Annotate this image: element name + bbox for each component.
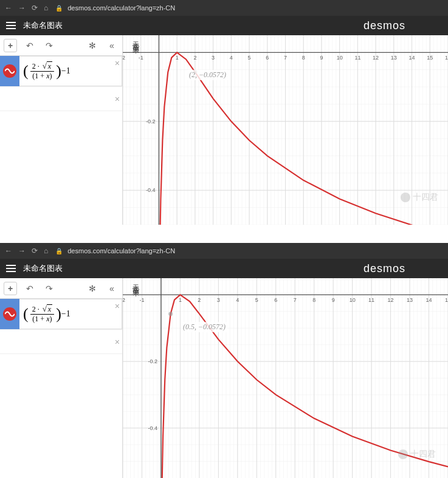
close-icon[interactable]: × — [115, 58, 120, 68]
settings-button[interactable]: ✻ — [86, 282, 99, 295]
svg-text:9: 9 — [332, 297, 335, 303]
expression-sidebar: + ↶ ↷ ✻ « ( 2 · √x — [0, 35, 123, 225]
close-icon[interactable]: × — [115, 337, 120, 347]
lock-icon: 🔒 — [55, 248, 63, 254]
redo-button[interactable]: ↷ — [43, 39, 56, 52]
svg-text:12: 12 — [373, 55, 379, 61]
undo-button[interactable]: ↶ — [23, 39, 36, 52]
svg-text:-2: -2 — [123, 55, 125, 61]
reload-button[interactable]: ⟳ — [32, 247, 38, 255]
svg-text:2: 2 — [198, 297, 201, 303]
point-label: (2, −0.0572) — [187, 70, 228, 80]
svg-text:14: 14 — [409, 55, 415, 61]
svg-text:11: 11 — [368, 297, 374, 303]
wave-icon[interactable] — [3, 307, 16, 321]
home-button[interactable]: ⌂ — [44, 4, 48, 12]
svg-text:-0.4: -0.4 — [146, 187, 156, 193]
point-label: (0.5, −0.0572) — [181, 322, 227, 332]
undo-button[interactable]: ↶ — [23, 282, 36, 295]
collapse-button[interactable]: « — [105, 39, 119, 52]
redo-button[interactable]: ↷ — [43, 282, 56, 295]
svg-text:5: 5 — [248, 55, 251, 61]
svg-text:7: 7 — [294, 297, 297, 303]
svg-text:5: 5 — [255, 297, 258, 303]
svg-text:8: 8 — [302, 55, 305, 61]
wechat-icon — [398, 449, 408, 459]
forward-button[interactable]: → — [18, 4, 26, 12]
hamburger-icon[interactable] — [6, 265, 16, 272]
svg-text:-0.2: -0.2 — [146, 118, 156, 125]
svg-text:11: 11 — [354, 55, 360, 61]
collapse-button[interactable]: « — [105, 282, 119, 295]
expression-sidebar: + ↶ ↷ ✻ « ( 2 · √x — [0, 278, 123, 478]
back-button[interactable]: ← — [5, 247, 12, 255]
svg-text:7: 7 — [284, 55, 287, 61]
expression-row[interactable]: ( 2 · √x (1 + x) ) −1 × — [0, 299, 122, 330]
lock-icon: 🔒 — [55, 5, 63, 12]
graph-title[interactable]: 未命名图表 — [23, 263, 63, 274]
graph-title[interactable]: 未命名图表 — [23, 20, 63, 31]
expression-handle[interactable] — [0, 299, 19, 329]
sidebar-toolbar: + ↶ ↷ ✻ « — [0, 278, 122, 299]
svg-text:4: 4 — [230, 55, 233, 61]
y-axis-label: 无常损失率 — [131, 279, 140, 285]
svg-text:12: 12 — [388, 297, 394, 303]
svg-text:4: 4 — [236, 297, 239, 303]
sidebar-toolbar: + ↶ ↷ ✻ « — [0, 35, 122, 56]
expression-handle[interactable] — [0, 56, 19, 86]
svg-text:15: 15 — [445, 297, 448, 303]
svg-text:13: 13 — [391, 55, 397, 61]
graph-area[interactable]: -2-112345678910111213141516-0.4-0.2 无常损失… — [123, 35, 448, 225]
expression-input[interactable]: ( 2 · √x (1 + x) ) −1 — [19, 299, 122, 329]
svg-text:9: 9 — [320, 55, 323, 61]
svg-text:6: 6 — [274, 297, 277, 303]
wave-icon[interactable] — [3, 64, 16, 78]
hamburger-icon[interactable] — [6, 22, 16, 29]
forward-button[interactable]: → — [18, 247, 26, 255]
add-expression-button[interactable]: + — [4, 282, 17, 295]
svg-text:1: 1 — [176, 55, 179, 61]
graph-area[interactable]: -2-1123456789101112131415-0.4-0.2 无常损失率 … — [123, 278, 448, 478]
y-axis-label: 无常损失率 — [131, 36, 140, 43]
title-bar: 未命名图表 desmos — [0, 16, 448, 35]
browser-bar: ← → ⟳ ⌂ 🔒 desmos.com/calculator?lang=zh-… — [0, 0, 448, 16]
svg-text:3: 3 — [217, 297, 220, 303]
svg-text:16: 16 — [445, 55, 448, 61]
expression-row[interactable]: ( 2 · √x (1 + x) ) −1 × — [0, 56, 122, 87]
svg-text:14: 14 — [426, 297, 432, 303]
home-button[interactable]: ⌂ — [44, 247, 48, 255]
watermark: 十四君 — [398, 449, 436, 460]
url-text[interactable]: desmos.com/calculator?lang=zh-CN — [67, 247, 175, 254]
graph-svg[interactable]: -2-1123456789101112131415-0.4-0.2 — [123, 278, 448, 478]
brand-logo: desmos — [364, 262, 405, 275]
close-icon[interactable]: × — [115, 94, 120, 104]
graph-svg[interactable]: -2-112345678910111213141516-0.4-0.2 — [123, 35, 448, 225]
empty-expression-row[interactable]: × — [0, 87, 122, 111]
back-button[interactable]: ← — [5, 4, 12, 12]
add-expression-button[interactable]: + — [4, 39, 17, 52]
close-icon[interactable]: × — [115, 301, 120, 311]
svg-point-286 — [168, 312, 173, 316]
watermark: 十四君 — [401, 192, 438, 203]
wechat-icon — [401, 193, 410, 202]
empty-expression-row[interactable]: × — [0, 330, 122, 354]
svg-text:15: 15 — [427, 55, 433, 61]
brand-logo: desmos — [364, 19, 405, 32]
title-bar: 未命名图表 desmos — [0, 259, 448, 278]
svg-text:3: 3 — [212, 55, 215, 61]
svg-text:10: 10 — [350, 297, 356, 303]
url-text[interactable]: desmos.com/calculator?lang=zh-CN — [67, 4, 175, 12]
svg-text:-0.4: -0.4 — [148, 425, 157, 431]
svg-text:13: 13 — [407, 297, 413, 303]
svg-text:6: 6 — [266, 55, 269, 61]
reload-button[interactable]: ⟳ — [32, 4, 38, 12]
svg-text:1: 1 — [179, 297, 182, 303]
svg-text:-1: -1 — [139, 55, 143, 61]
svg-text:10: 10 — [337, 55, 343, 61]
svg-text:-2: -2 — [123, 297, 125, 303]
expression-input[interactable]: ( 2 · √x (1 + x) ) −1 — [19, 56, 122, 86]
settings-button[interactable]: ✻ — [86, 39, 99, 52]
svg-text:-1: -1 — [139, 297, 144, 303]
svg-text:8: 8 — [312, 297, 315, 303]
svg-text:-0.2: -0.2 — [148, 358, 157, 364]
